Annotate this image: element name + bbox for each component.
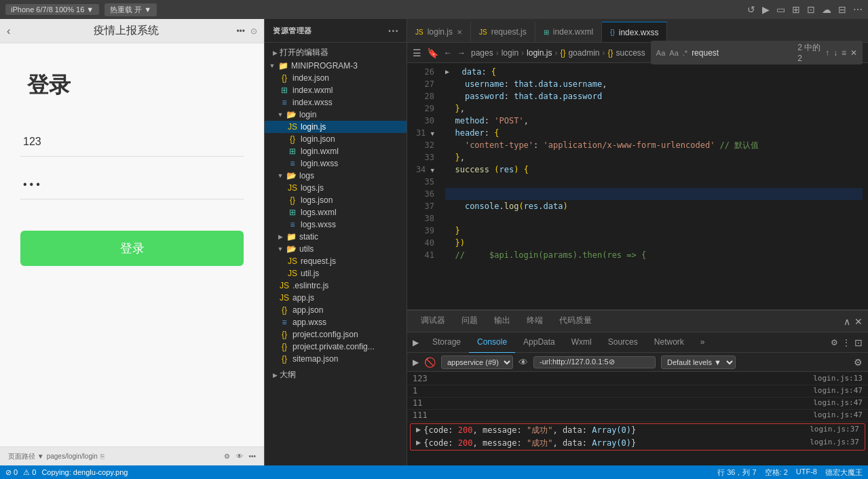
explorer-more-icon[interactable]: ⋯ <box>388 24 399 37</box>
close-search-icon[interactable]: ✕ <box>850 48 857 58</box>
list-item[interactable]: ⊞ login.wxml <box>265 145 407 157</box>
breadcrumb-item-active[interactable]: login.js <box>527 48 552 58</box>
more-tabs-icon[interactable]: » <box>692 332 713 353</box>
console-file-ref[interactable]: login.js:47 <box>813 386 863 395</box>
close-icon[interactable]: ✕ <box>457 28 462 36</box>
list-item[interactable]: ⊞ logs.wxml <box>265 206 407 218</box>
output-tab[interactable]: 输出 <box>486 311 518 332</box>
app-wxss-file[interactable]: ≡ app.wxss <box>265 316 407 328</box>
login-folder[interactable]: ▼ 📂 login <box>265 109 407 121</box>
network-tab[interactable]: Network <box>646 332 692 353</box>
app-js-file[interactable]: JS app.js <box>265 292 407 304</box>
run-icon[interactable]: ▶ <box>407 338 424 347</box>
project-private-file[interactable]: {} project.private.config... <box>265 341 407 353</box>
compile-icon[interactable]: ▶ <box>762 4 770 15</box>
tab-request-js[interactable]: JS request.js <box>471 22 535 42</box>
problems-tab[interactable]: 问题 <box>453 311 486 332</box>
run-console-icon[interactable]: ▶ <box>413 358 419 367</box>
menu-dots-icon[interactable]: ••• <box>236 26 245 36</box>
logs-folder[interactable]: ▼ 📂 logs <box>265 170 407 182</box>
clear-console-icon[interactable]: 🚫 <box>424 357 436 368</box>
search-input[interactable] <box>692 48 793 58</box>
more-footer-icon[interactable]: ••• <box>248 453 256 460</box>
sitemap-file[interactable]: {} sitemap.json <box>265 353 407 365</box>
list-item[interactable]: ≡ logs.wxss <box>265 218 407 231</box>
regex-icon[interactable]: .* <box>683 49 687 57</box>
util-js-file[interactable]: JS util.js <box>265 267 407 280</box>
record-icon[interactable]: ⊙ <box>250 26 257 36</box>
next-result-icon[interactable]: ↓ <box>833 48 837 58</box>
settings-icon[interactable]: ⚙ <box>831 338 838 347</box>
debugger-tab[interactable]: 调试器 <box>413 311 453 332</box>
password-field[interactable] <box>20 170 244 199</box>
expand-arrow[interactable]: ▶ <box>416 425 421 434</box>
device-selector[interactable]: iPhone 6/7/8 100% 16 ▼ <box>5 4 99 15</box>
prev-result-icon[interactable]: ↑ <box>825 48 829 58</box>
breadcrumb-item[interactable]: login <box>502 48 518 58</box>
footer-path-label[interactable]: 页面路径 ▼ <box>8 452 44 461</box>
code-quality-tab[interactable]: 代码质量 <box>551 311 600 332</box>
back-icon[interactable]: ‹ <box>7 25 10 37</box>
settings-icon[interactable]: ⚙ <box>224 453 230 460</box>
outline-section[interactable]: ▶ 大纲 <box>265 368 407 382</box>
eslintrc-file[interactable]: JS .eslintrc.js <box>265 280 407 292</box>
console-file-ref[interactable]: login.js:37 <box>810 438 859 446</box>
static-folder[interactable]: ▶ 📁 static <box>265 231 407 243</box>
sidebar-toggle-icon[interactable]: ☰ <box>413 47 421 58</box>
breadcrumb-item[interactable]: goadmin <box>568 48 599 58</box>
terminal-tab[interactable]: 终端 <box>518 311 551 332</box>
tab-index-wxml[interactable]: ⊞ index.wxml <box>535 22 602 42</box>
utils-folder[interactable]: ▼ 📂 utils <box>265 243 407 255</box>
list-item[interactable]: ≡ login.wxss <box>265 157 407 170</box>
console-file-ref[interactable]: login.js:47 <box>813 410 863 419</box>
forward-nav-icon[interactable]: → <box>457 48 466 58</box>
expand-search-icon[interactable]: ≡ <box>842 48 846 58</box>
dock-icon[interactable]: ⊡ <box>854 337 863 348</box>
layout-icon[interactable]: ⊟ <box>838 4 846 15</box>
project-config-file[interactable]: {} project.config.json <box>265 328 407 341</box>
console-tab[interactable]: Console <box>469 332 515 353</box>
close-debugger-icon[interactable]: ✕ <box>854 316 863 327</box>
bookmark-icon[interactable]: 🔖 <box>427 47 438 58</box>
appdata-tab[interactable]: AppData <box>515 332 563 353</box>
console-file-ref[interactable]: login.js:37 <box>810 425 859 434</box>
eye-console-icon[interactable]: 👁 <box>518 357 528 368</box>
login-js-file[interactable]: JS login.js <box>265 121 407 133</box>
console-settings-icon[interactable]: ⚙ <box>854 357 863 368</box>
cloud-icon[interactable]: ☁ <box>822 4 831 15</box>
list-item[interactable]: {} login.json <box>265 133 407 145</box>
grid-icon[interactable]: ⊡ <box>807 4 815 15</box>
breadcrumb-item[interactable]: {} <box>560 48 565 58</box>
root-folder[interactable]: ▼ 📁 MINIPROGRAM-3 <box>265 60 407 72</box>
wxml-tab[interactable]: Wxml <box>563 332 600 353</box>
open-editors-section[interactable]: ▶ 打开的编辑器 <box>265 45 407 60</box>
split-icon[interactable]: ⊞ <box>792 4 800 15</box>
log-level-selector[interactable]: Default levels ▼ <box>661 356 736 369</box>
breadcrumb-item[interactable]: success <box>616 48 645 58</box>
list-item[interactable]: {} logs.json <box>265 194 407 206</box>
copy-page-icon[interactable]: ⎘ <box>100 453 105 460</box>
refresh-icon[interactable]: ↺ <box>747 4 755 15</box>
breadcrumb-item[interactable]: pages <box>471 48 493 58</box>
expand-arrow[interactable]: ▶ <box>416 438 421 447</box>
list-item[interactable]: {} index.json <box>265 72 407 84</box>
login-button[interactable]: 登录 <box>20 231 244 266</box>
request-js-file[interactable]: JS request.js <box>265 255 407 267</box>
storage-tab[interactable]: Storage <box>424 332 469 353</box>
match-case-icon[interactable]: Aa <box>669 49 678 57</box>
more-icon[interactable]: ⋯ <box>853 4 863 15</box>
breadcrumb-item[interactable]: {} <box>607 48 613 58</box>
appservice-selector[interactable]: appservice (#9) <box>441 356 513 369</box>
tab-login-js[interactable]: JS login.js ✕ <box>407 22 471 42</box>
console-file-ref[interactable]: login.js:47 <box>813 398 863 407</box>
console-file-ref[interactable]: login.js:13 <box>813 374 863 383</box>
more-options-icon[interactable]: ⋮ <box>842 338 850 347</box>
eye-icon[interactable]: 👁 <box>236 453 243 460</box>
username-field[interactable] <box>20 128 244 157</box>
list-item[interactable]: JS logs.js <box>265 182 407 194</box>
list-item[interactable]: ≡ index.wxss <box>265 96 407 109</box>
app-json-file[interactable]: {} app.json <box>265 304 407 316</box>
preview-icon[interactable]: ▭ <box>776 4 785 15</box>
sources-tab[interactable]: Sources <box>600 332 646 353</box>
console-filter-input[interactable] <box>533 356 656 368</box>
